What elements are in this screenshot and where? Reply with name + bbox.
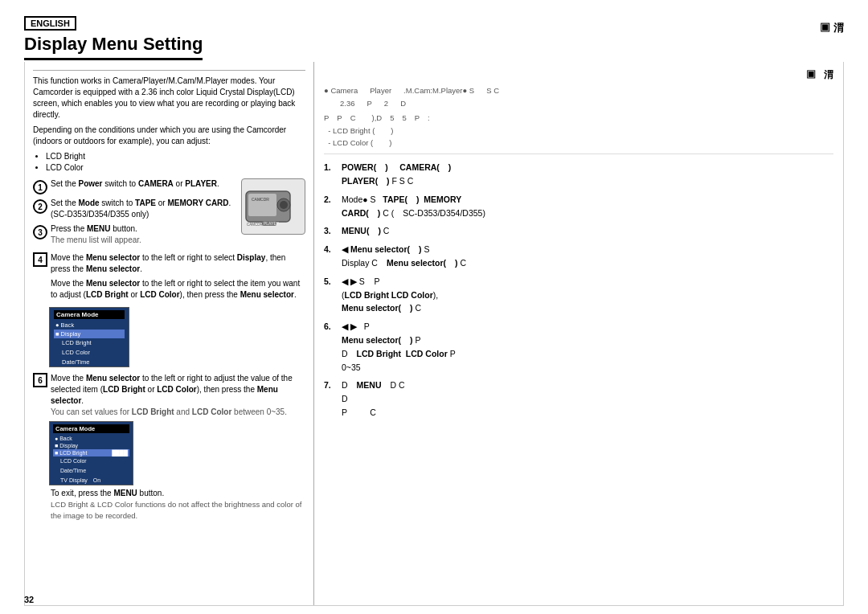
page-number: 32: [24, 595, 34, 604]
svg-text:CAMCDR: CAMCDR: [252, 197, 269, 202]
rp-steps: 1. POWER( ) CAMERA( ) PLAYER( ) F S C 2.…: [324, 161, 833, 420]
step-5-text: Move the Menu selector to the left or ri…: [51, 278, 305, 301]
intro-list-item-1: LCD Bright: [46, 151, 305, 162]
page-title: Display Menu Setting: [24, 34, 203, 60]
left-panel: This function works in Camera/Player/M.C…: [25, 62, 314, 605]
step-2-circle: 2: [33, 199, 47, 214]
svg-text:PLAYER: PLAYER: [264, 221, 280, 226]
right-panel: ▣ 渭 ● Camera Player .M.Cam:M.Player● S S…: [314, 62, 843, 605]
top-right-symbol: ▣ 渭: [820, 21, 844, 35]
rp-step-3: 3. MENU( ) C: [324, 224, 833, 238]
rp-intro-block: ● Camera Player .M.Cam:M.Player● S S C 2…: [324, 85, 833, 154]
intro-paragraph-2: Depending on the conditions under which …: [33, 125, 305, 147]
step-1-text: Set the Power switch to CAMERA or PLAYER…: [51, 178, 219, 190]
camera-diagram: CAMCDR PLAYER CAMCDR: [241, 178, 305, 235]
rp-step-4: 4. ◀ Menu selector( ) S Display C Menu s…: [324, 243, 833, 270]
menu-screen-1: Camera Mode ● Back ■ Display LCD Bright …: [49, 307, 129, 367]
rp-step-6: 6. ◀ ▶ P Menu selector( ) P D LCD Bright…: [324, 320, 833, 374]
step-5-spacer: [33, 278, 47, 293]
step-3-text: Press the MENU button. The menu list wil…: [51, 223, 141, 246]
section-subtitle: [33, 68, 305, 71]
step-3-circle: 3: [33, 225, 47, 239]
intro-paragraph-1: This function works in Camera/Player/M.C…: [33, 76, 305, 121]
step-6-text: Move the Menu selector to the left or ri…: [51, 373, 305, 418]
step-4-circle: 4: [33, 252, 47, 267]
step-2-text: Set the Mode switch to TAPE or MEMORY CA…: [51, 198, 235, 220]
step-6-circle: 6: [33, 373, 47, 387]
intro-list-item-2: LCD Color: [46, 162, 305, 174]
rp-step-1: 1. POWER( ) CAMERA( ) PLAYER( ) F S C: [324, 161, 833, 188]
rp-top-label: ▣ 渭: [324, 68, 833, 82]
svg-point-4: [280, 201, 288, 209]
rp-step-5: 5. ◀ ▶ S P (LCD Bright LCD Color), Menu …: [324, 275, 833, 315]
step-4-text: Move the Menu selector to the left or ri…: [51, 252, 305, 275]
rp-step-2: 2. Mode● S TAPE( ) MEMORY CARD( ) C ( SC…: [324, 193, 833, 220]
svg-text:CAMCDR: CAMCDR: [247, 223, 263, 227]
step-7-spacer: [33, 488, 47, 502]
rp-step-7: 7. D MENU D C D P C: [324, 379, 833, 419]
step-1-circle: 1: [33, 180, 47, 194]
menu-screen-2: Camera Mode ● Back ■ Display ■ LCD Brigh…: [49, 421, 133, 485]
step-7-text: To exit, press the MENU button. LCD Brig…: [51, 488, 305, 522]
language-badge: ENGLISH: [24, 16, 76, 31]
